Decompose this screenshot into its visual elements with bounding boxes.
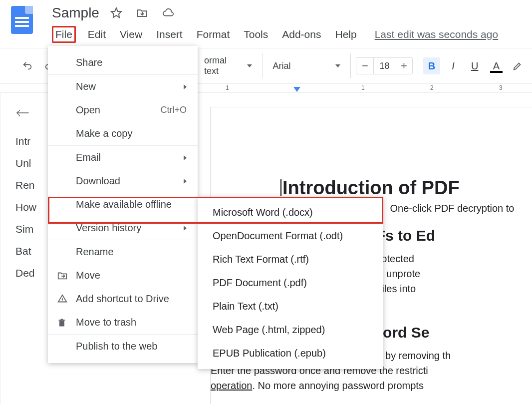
outline-item[interactable]: Sim — [15, 223, 35, 235]
menu-item-new[interactable]: New — [48, 75, 198, 98]
bold-button[interactable]: B — [423, 57, 440, 74]
chevron-down-icon — [247, 64, 252, 67]
document-title[interactable]: Sample — [52, 5, 99, 21]
outline-panel: 🡐 Intr Unl Ren How Sim Bat Ded — [0, 93, 35, 404]
menu-item-email[interactable]: Email — [48, 146, 198, 169]
outline-item[interactable]: Unl — [15, 157, 35, 169]
menu-item-move-trash[interactable]: Move to trash — [48, 311, 198, 334]
submenu-item-odt[interactable]: OpenDocument Format (.odt) — [198, 224, 383, 248]
chevron-right-icon — [184, 155, 187, 160]
submenu-item-epub[interactable]: EPUB Publication (.epub) — [198, 342, 383, 365]
svg-marker-0 — [111, 8, 121, 17]
trash-icon — [57, 317, 69, 328]
outline-item[interactable]: Ded — [15, 267, 35, 279]
outline-item[interactable]: How — [15, 201, 35, 213]
menu-view[interactable]: View — [118, 27, 144, 41]
last-edit-link[interactable]: Last edit was seconds ago — [375, 28, 499, 40]
menu-addons[interactable]: Add-ons — [280, 27, 323, 41]
chevron-down-icon — [335, 64, 340, 67]
move-folder-icon[interactable] — [136, 7, 148, 19]
submenu-item-rtf[interactable]: Rich Text Format (.rtf) — [198, 248, 383, 271]
menu-edit[interactable]: Edit — [86, 27, 108, 41]
outline-item[interactable]: Intr — [15, 135, 35, 147]
doc-heading-1: Introduction of PDF — [280, 177, 532, 199]
submenu-item-docx[interactable]: Microsoft Word (.docx) — [198, 201, 383, 224]
text-color-button[interactable]: A — [488, 57, 505, 74]
ruler-tick: 3 — [499, 84, 503, 91]
paragraph-style-select[interactable]: ormal text — [199, 53, 257, 78]
chevron-right-icon — [184, 226, 187, 231]
chevron-right-icon — [184, 179, 187, 184]
undo-button[interactable] — [19, 58, 36, 73]
chevron-right-icon — [184, 84, 187, 89]
outline-item[interactable]: Bat — [15, 245, 35, 257]
app-logo[interactable] — [7, 4, 37, 34]
menu-help[interactable]: Help — [333, 27, 358, 41]
font-size-value[interactable]: 18 — [373, 58, 395, 74]
menu-item-rename[interactable]: Rename — [48, 240, 198, 264]
submenu-item-html[interactable]: Web Page (.html, zipped) — [198, 318, 383, 342]
italic-button[interactable]: I — [445, 57, 462, 74]
ruler-tick: 1 — [226, 84, 229, 91]
font-select[interactable]: Arial — [267, 59, 345, 73]
menu-format[interactable]: Format — [195, 27, 232, 41]
highlight-button[interactable] — [510, 57, 526, 74]
menu-item-download[interactable]: Download — [48, 169, 198, 193]
menu-file[interactable]: File — [52, 26, 76, 43]
menu-item-open[interactable]: OpenCtrl+O — [48, 98, 198, 122]
back-arrow-icon[interactable]: 🡐 — [15, 105, 35, 121]
menu-item-move[interactable]: Move — [48, 264, 198, 287]
header: Sample File Edit View Insert Format Tool… — [0, 0, 532, 48]
menu-item-version-history[interactable]: Version history — [48, 216, 198, 240]
shortcut-label: Ctrl+O — [160, 105, 187, 115]
underline-button[interactable]: U — [467, 57, 483, 74]
ruler-tick: 2 — [430, 84, 434, 91]
menu-item-offline[interactable]: Make available offline — [48, 193, 198, 216]
submenu-item-txt[interactable]: Plain Text (.txt) — [198, 295, 383, 318]
font-size-decrease[interactable]: − — [356, 59, 373, 72]
folder-move-icon — [57, 270, 69, 281]
menu-item-publish[interactable]: Publish to the web — [48, 335, 198, 358]
submenu-item-pdf[interactable]: PDF Document (.pdf) — [198, 271, 383, 295]
indent-marker-icon[interactable] — [293, 87, 300, 92]
paragraph-style-label: ormal text — [204, 55, 242, 76]
file-menu-dropdown: Share New OpenCtrl+O Make a copy Email D… — [48, 46, 198, 363]
menu-insert[interactable]: Insert — [154, 27, 185, 41]
font-label: Arial — [272, 61, 290, 71]
drive-shortcut-icon — [57, 294, 69, 305]
ruler-tick: 1 — [361, 84, 365, 91]
menu-item-make-copy[interactable]: Make a copy — [48, 122, 198, 145]
cloud-status-icon[interactable] — [162, 7, 174, 19]
download-submenu: Microsoft Word (.docx) OpenDocument Form… — [198, 197, 383, 369]
menu-bar: File Edit View Insert Format Tools Add-o… — [37, 23, 525, 48]
font-size-increase[interactable]: + — [395, 59, 412, 72]
menu-tools[interactable]: Tools — [242, 27, 270, 41]
star-icon[interactable] — [110, 7, 122, 19]
outline-item[interactable]: Ren — [15, 179, 35, 191]
menu-item-add-shortcut[interactable]: Add shortcut to Drive — [48, 287, 198, 311]
font-size-stepper: − 18 + — [356, 57, 413, 74]
menu-item-share[interactable]: Share — [48, 51, 198, 74]
